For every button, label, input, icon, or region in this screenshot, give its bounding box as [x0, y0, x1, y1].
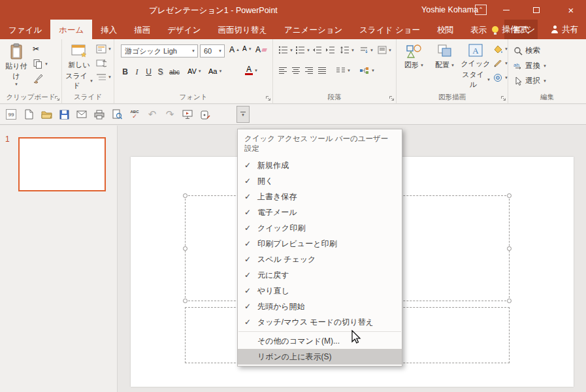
menu-item-spelling[interactable]: ✓スペル チェック	[238, 252, 402, 267]
spelling-button[interactable]: ABC✓	[129, 107, 140, 122]
menu-item-email[interactable]: ✓電子メール	[238, 204, 402, 220]
strikethrough-button[interactable]: abc	[167, 65, 182, 78]
layout-button[interactable]: ▼	[96, 44, 112, 54]
spacing-letters: AV	[187, 67, 197, 75]
replace-button[interactable]: ab 置換 ▼	[513, 61, 547, 71]
menu-item-show-above-ribbon[interactable]: リボンの上に表示(S)	[238, 349, 402, 365]
ribbon-display-options-button[interactable]: ⌃	[475, 5, 487, 15]
columns-button[interactable]: ▼	[336, 67, 351, 74]
grow-font-button[interactable]: A▲	[229, 45, 240, 54]
tab-review[interactable]: 校閲	[429, 20, 462, 39]
shrink-font-letter: A	[242, 45, 247, 52]
convert-smartart-button[interactable]: ▼	[359, 67, 375, 74]
align-center-icon	[291, 67, 301, 74]
font-size-value: 60	[204, 47, 212, 55]
text-direction-icon	[359, 46, 368, 54]
slide-thumbnail[interactable]	[18, 137, 106, 191]
section-button[interactable]: ▼	[96, 73, 112, 81]
tell-me-button[interactable]: 操作アシ	[484, 20, 543, 39]
menu-item-open[interactable]: ✓開く	[238, 173, 402, 189]
find-button[interactable]: 検索	[513, 46, 540, 56]
shapes-button[interactable]: 図形▼	[400, 43, 428, 70]
share-button[interactable]: 共有	[543, 20, 586, 39]
maximize-button[interactable]	[521, 0, 551, 20]
change-case-button[interactable]: Aa▼	[208, 67, 222, 75]
align-center-button[interactable]	[291, 67, 301, 74]
bold-button[interactable]: B	[120, 65, 131, 78]
redo-button[interactable]: ↷	[164, 107, 176, 122]
arrange-button[interactable]: 配置▼	[432, 43, 458, 70]
decrease-indent-button[interactable]	[312, 46, 322, 54]
align-right-button[interactable]	[304, 67, 314, 74]
save-button[interactable]	[58, 107, 70, 122]
align-text-button[interactable]: ▼	[378, 46, 392, 54]
resize-handle[interactable]	[183, 299, 187, 303]
shrink-font-button[interactable]: A▼	[242, 45, 252, 52]
menu-item-save[interactable]: ✓上書き保存	[238, 189, 402, 204]
open-button[interactable]	[41, 107, 52, 122]
justify-button[interactable]	[317, 67, 327, 74]
resize-handle[interactable]	[183, 246, 187, 251]
menu-item-more-commands[interactable]: その他のコマンド(M)...	[238, 333, 402, 349]
text-shadow-button[interactable]: S	[155, 65, 166, 78]
print-preview-icon	[112, 109, 122, 120]
print-preview-button[interactable]	[111, 107, 123, 122]
quick-print-button[interactable]	[93, 107, 105, 122]
dropdown-arrow-icon: ▼	[420, 63, 424, 67]
menu-item-undo[interactable]: ✓元に戻す	[238, 267, 402, 283]
resize-handle[interactable]	[507, 193, 512, 198]
minimize-button[interactable]	[491, 0, 521, 20]
tab-home[interactable]: ホーム	[50, 20, 92, 39]
resize-handle[interactable]	[507, 299, 512, 303]
shape-outline-button[interactable]: ▼	[493, 59, 508, 68]
new-document-button[interactable]	[23, 107, 35, 122]
email-button[interactable]	[76, 107, 88, 122]
menu-item-start-from-beginning[interactable]: ✓先頭から開始	[238, 299, 402, 314]
paste-button[interactable]: 貼り付け ▼	[4, 43, 29, 86]
cut-button[interactable]: ✂	[33, 44, 39, 54]
number-grid-button[interactable]: 99	[5, 107, 17, 122]
align-left-button[interactable]	[278, 67, 287, 74]
bullets-button[interactable]: ▼	[278, 46, 293, 54]
menu-item-touch-mouse-mode[interactable]: ✓タッチ/マウス モードの切り替え	[238, 314, 402, 330]
resize-handle[interactable]	[183, 193, 187, 198]
tab-animations[interactable]: アニメーション	[276, 20, 351, 39]
quick-styles-label-line1: クイック	[461, 59, 490, 69]
line-spacing-button[interactable]: ▼	[340, 46, 355, 54]
touch-mouse-mode-button[interactable]	[199, 107, 211, 122]
tab-draw[interactable]: 描画	[125, 20, 159, 39]
increase-indent-button[interactable]	[325, 46, 335, 54]
character-spacing-button[interactable]: AV▼	[187, 67, 202, 75]
tab-transitions[interactable]: 画面切り替え	[209, 20, 276, 39]
shape-fill-button[interactable]: ▼	[493, 44, 508, 54]
tab-insert[interactable]: 挿入	[92, 20, 125, 39]
tab-slideshow[interactable]: スライド ショー	[351, 20, 429, 39]
underline-button[interactable]: U	[143, 65, 154, 78]
font-name-combobox[interactable]: 游ゴシック Ligh ▼	[121, 44, 198, 57]
copy-button[interactable]: ▼	[33, 59, 48, 69]
quick-styles-button[interactable]: A クイック スタイル▼	[461, 43, 491, 90]
text-direction-button[interactable]: ▼	[359, 46, 374, 54]
numbering-button[interactable]: ▼	[295, 46, 310, 54]
format-painter-button[interactable]	[33, 73, 43, 84]
tab-file[interactable]: ファイル	[0, 20, 50, 39]
start-from-beginning-button[interactable]	[182, 107, 193, 122]
resize-handle[interactable]	[507, 246, 512, 251]
menu-item-new[interactable]: ✓新規作成	[238, 157, 402, 173]
menu-item-redo[interactable]: ✓やり直し	[238, 283, 402, 299]
customize-qat-button[interactable]: ▼	[236, 106, 250, 123]
italic-button[interactable]: I	[131, 65, 142, 78]
menu-item-print-preview[interactable]: ✓印刷プレビューと印刷	[238, 236, 402, 252]
font-size-combobox[interactable]: 60 ▼	[200, 44, 225, 57]
reset-slide-button[interactable]	[96, 59, 106, 68]
close-button[interactable]: ×	[556, 0, 586, 20]
menu-item-quick-print[interactable]: ✓クイック印刷	[238, 220, 402, 236]
shape-effects-button[interactable]: ▼	[493, 73, 508, 82]
checkmark-icon: ✓	[238, 302, 257, 311]
undo-button[interactable]: ↶	[146, 107, 158, 122]
font-color-button[interactable]: A ▼	[245, 65, 258, 75]
clear-formatting-button[interactable]: A	[255, 45, 267, 54]
new-slide-button[interactable]: 新しい スライド▼	[65, 43, 93, 91]
tab-design[interactable]: デザイン	[159, 20, 209, 39]
select-button[interactable]: 選択 ▼	[513, 76, 547, 86]
